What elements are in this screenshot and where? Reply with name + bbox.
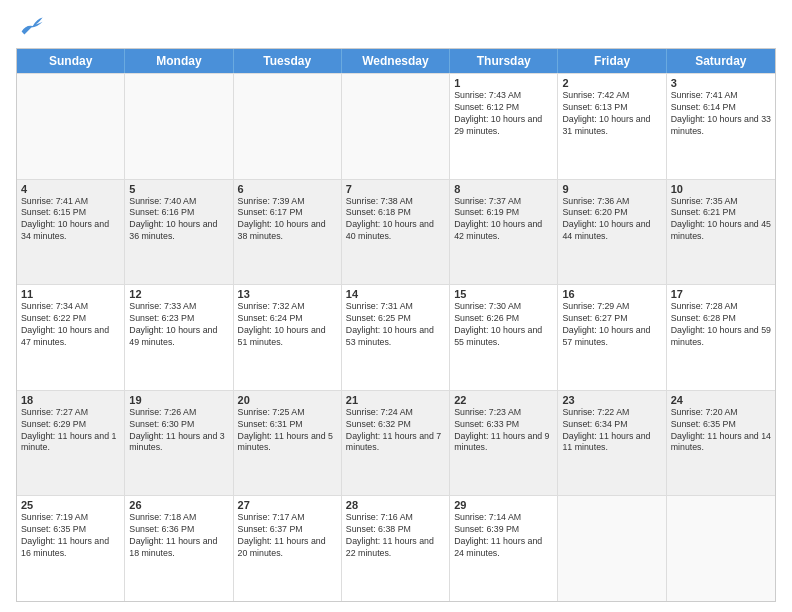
calendar-row-1: 4Sunrise: 7:41 AM Sunset: 6:15 PM Daylig… [17, 179, 775, 285]
day-cell-21: 21Sunrise: 7:24 AM Sunset: 6:32 PM Dayli… [342, 391, 450, 496]
day-info: Sunrise: 7:33 AM Sunset: 6:23 PM Dayligh… [129, 301, 228, 349]
day-cell-27: 27Sunrise: 7:17 AM Sunset: 6:37 PM Dayli… [234, 496, 342, 601]
empty-cell [342, 74, 450, 179]
day-number: 28 [346, 499, 445, 511]
day-header-monday: Monday [125, 49, 233, 73]
calendar-body: 1Sunrise: 7:43 AM Sunset: 6:12 PM Daylig… [17, 73, 775, 601]
day-number: 27 [238, 499, 337, 511]
day-header-friday: Friday [558, 49, 666, 73]
day-number: 16 [562, 288, 661, 300]
empty-cell [234, 74, 342, 179]
day-number: 19 [129, 394, 228, 406]
day-number: 18 [21, 394, 120, 406]
day-info: Sunrise: 7:19 AM Sunset: 6:35 PM Dayligh… [21, 512, 120, 560]
empty-cell [125, 74, 233, 179]
day-cell-4: 4Sunrise: 7:41 AM Sunset: 6:15 PM Daylig… [17, 180, 125, 285]
day-cell-8: 8Sunrise: 7:37 AM Sunset: 6:19 PM Daylig… [450, 180, 558, 285]
day-number: 1 [454, 77, 553, 89]
day-cell-18: 18Sunrise: 7:27 AM Sunset: 6:29 PM Dayli… [17, 391, 125, 496]
day-header-saturday: Saturday [667, 49, 775, 73]
day-cell-2: 2Sunrise: 7:42 AM Sunset: 6:13 PM Daylig… [558, 74, 666, 179]
day-cell-3: 3Sunrise: 7:41 AM Sunset: 6:14 PM Daylig… [667, 74, 775, 179]
day-cell-23: 23Sunrise: 7:22 AM Sunset: 6:34 PM Dayli… [558, 391, 666, 496]
day-info: Sunrise: 7:16 AM Sunset: 6:38 PM Dayligh… [346, 512, 445, 560]
day-info: Sunrise: 7:40 AM Sunset: 6:16 PM Dayligh… [129, 196, 228, 244]
day-cell-22: 22Sunrise: 7:23 AM Sunset: 6:33 PM Dayli… [450, 391, 558, 496]
day-number: 5 [129, 183, 228, 195]
day-info: Sunrise: 7:28 AM Sunset: 6:28 PM Dayligh… [671, 301, 771, 349]
day-cell-12: 12Sunrise: 7:33 AM Sunset: 6:23 PM Dayli… [125, 285, 233, 390]
day-header-tuesday: Tuesday [234, 49, 342, 73]
calendar-header: SundayMondayTuesdayWednesdayThursdayFrid… [17, 49, 775, 73]
day-number: 22 [454, 394, 553, 406]
calendar-row-4: 25Sunrise: 7:19 AM Sunset: 6:35 PM Dayli… [17, 495, 775, 601]
day-cell-20: 20Sunrise: 7:25 AM Sunset: 6:31 PM Dayli… [234, 391, 342, 496]
day-header-wednesday: Wednesday [342, 49, 450, 73]
day-info: Sunrise: 7:31 AM Sunset: 6:25 PM Dayligh… [346, 301, 445, 349]
day-number: 13 [238, 288, 337, 300]
day-info: Sunrise: 7:41 AM Sunset: 6:15 PM Dayligh… [21, 196, 120, 244]
calendar-row-3: 18Sunrise: 7:27 AM Sunset: 6:29 PM Dayli… [17, 390, 775, 496]
day-number: 6 [238, 183, 337, 195]
day-info: Sunrise: 7:30 AM Sunset: 6:26 PM Dayligh… [454, 301, 553, 349]
day-info: Sunrise: 7:23 AM Sunset: 6:33 PM Dayligh… [454, 407, 553, 455]
day-info: Sunrise: 7:18 AM Sunset: 6:36 PM Dayligh… [129, 512, 228, 560]
day-info: Sunrise: 7:27 AM Sunset: 6:29 PM Dayligh… [21, 407, 120, 455]
day-info: Sunrise: 7:22 AM Sunset: 6:34 PM Dayligh… [562, 407, 661, 455]
day-info: Sunrise: 7:37 AM Sunset: 6:19 PM Dayligh… [454, 196, 553, 244]
day-number: 2 [562, 77, 661, 89]
day-number: 8 [454, 183, 553, 195]
day-number: 23 [562, 394, 661, 406]
day-info: Sunrise: 7:17 AM Sunset: 6:37 PM Dayligh… [238, 512, 337, 560]
day-number: 17 [671, 288, 771, 300]
day-info: Sunrise: 7:39 AM Sunset: 6:17 PM Dayligh… [238, 196, 337, 244]
day-number: 11 [21, 288, 120, 300]
day-info: Sunrise: 7:14 AM Sunset: 6:39 PM Dayligh… [454, 512, 553, 560]
day-cell-15: 15Sunrise: 7:30 AM Sunset: 6:26 PM Dayli… [450, 285, 558, 390]
calendar-row-0: 1Sunrise: 7:43 AM Sunset: 6:12 PM Daylig… [17, 73, 775, 179]
day-number: 21 [346, 394, 445, 406]
day-header-thursday: Thursday [450, 49, 558, 73]
day-number: 4 [21, 183, 120, 195]
day-number: 9 [562, 183, 661, 195]
day-cell-16: 16Sunrise: 7:29 AM Sunset: 6:27 PM Dayli… [558, 285, 666, 390]
empty-cell [17, 74, 125, 179]
day-info: Sunrise: 7:41 AM Sunset: 6:14 PM Dayligh… [671, 90, 771, 138]
day-cell-13: 13Sunrise: 7:32 AM Sunset: 6:24 PM Dayli… [234, 285, 342, 390]
day-number: 20 [238, 394, 337, 406]
page-header [16, 12, 776, 40]
day-cell-28: 28Sunrise: 7:16 AM Sunset: 6:38 PM Dayli… [342, 496, 450, 601]
day-info: Sunrise: 7:43 AM Sunset: 6:12 PM Dayligh… [454, 90, 553, 138]
day-cell-19: 19Sunrise: 7:26 AM Sunset: 6:30 PM Dayli… [125, 391, 233, 496]
day-number: 3 [671, 77, 771, 89]
day-info: Sunrise: 7:24 AM Sunset: 6:32 PM Dayligh… [346, 407, 445, 455]
day-info: Sunrise: 7:25 AM Sunset: 6:31 PM Dayligh… [238, 407, 337, 455]
day-number: 12 [129, 288, 228, 300]
day-info: Sunrise: 7:42 AM Sunset: 6:13 PM Dayligh… [562, 90, 661, 138]
day-info: Sunrise: 7:34 AM Sunset: 6:22 PM Dayligh… [21, 301, 120, 349]
day-cell-7: 7Sunrise: 7:38 AM Sunset: 6:18 PM Daylig… [342, 180, 450, 285]
day-number: 15 [454, 288, 553, 300]
logo [16, 12, 48, 40]
day-cell-14: 14Sunrise: 7:31 AM Sunset: 6:25 PM Dayli… [342, 285, 450, 390]
day-cell-17: 17Sunrise: 7:28 AM Sunset: 6:28 PM Dayli… [667, 285, 775, 390]
day-info: Sunrise: 7:36 AM Sunset: 6:20 PM Dayligh… [562, 196, 661, 244]
empty-cell [558, 496, 666, 601]
day-cell-10: 10Sunrise: 7:35 AM Sunset: 6:21 PM Dayli… [667, 180, 775, 285]
day-cell-25: 25Sunrise: 7:19 AM Sunset: 6:35 PM Dayli… [17, 496, 125, 601]
day-cell-5: 5Sunrise: 7:40 AM Sunset: 6:16 PM Daylig… [125, 180, 233, 285]
day-number: 10 [671, 183, 771, 195]
day-cell-9: 9Sunrise: 7:36 AM Sunset: 6:20 PM Daylig… [558, 180, 666, 285]
day-info: Sunrise: 7:32 AM Sunset: 6:24 PM Dayligh… [238, 301, 337, 349]
day-info: Sunrise: 7:29 AM Sunset: 6:27 PM Dayligh… [562, 301, 661, 349]
day-cell-11: 11Sunrise: 7:34 AM Sunset: 6:22 PM Dayli… [17, 285, 125, 390]
calendar-row-2: 11Sunrise: 7:34 AM Sunset: 6:22 PM Dayli… [17, 284, 775, 390]
day-cell-24: 24Sunrise: 7:20 AM Sunset: 6:35 PM Dayli… [667, 391, 775, 496]
day-info: Sunrise: 7:20 AM Sunset: 6:35 PM Dayligh… [671, 407, 771, 455]
day-info: Sunrise: 7:38 AM Sunset: 6:18 PM Dayligh… [346, 196, 445, 244]
day-cell-1: 1Sunrise: 7:43 AM Sunset: 6:12 PM Daylig… [450, 74, 558, 179]
day-cell-6: 6Sunrise: 7:39 AM Sunset: 6:17 PM Daylig… [234, 180, 342, 285]
day-cell-29: 29Sunrise: 7:14 AM Sunset: 6:39 PM Dayli… [450, 496, 558, 601]
day-cell-26: 26Sunrise: 7:18 AM Sunset: 6:36 PM Dayli… [125, 496, 233, 601]
day-info: Sunrise: 7:26 AM Sunset: 6:30 PM Dayligh… [129, 407, 228, 455]
